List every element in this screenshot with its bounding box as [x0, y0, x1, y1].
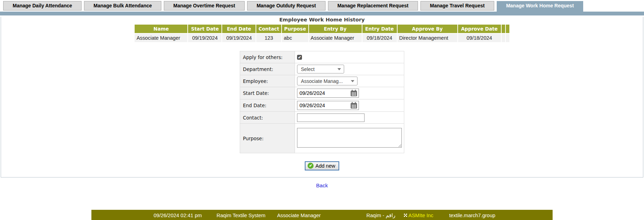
col-header-name: Name — [135, 25, 187, 33]
purpose-label: Purpose: — [240, 124, 295, 153]
table-row: Associate Manager 09/19/2024 09/19/2024 … — [135, 34, 509, 42]
apply-for-others-checkbox[interactable]: ✔ — [297, 55, 302, 60]
cell-approve-date: 09/18/2024 — [458, 34, 501, 42]
work-home-request-form: Apply for others: ✔ Department: Select E… — [240, 51, 404, 153]
col-header-entry-by: Entry By — [309, 25, 362, 33]
end-date-input[interactable]: 09/26/2024 — [297, 101, 359, 110]
footer-brand: Raqim - راقم — [366, 213, 395, 218]
contact-label: Contact: — [240, 112, 295, 124]
tab-manage-travel-request[interactable]: Manage Travel Request — [420, 1, 494, 11]
main-panel: Employee Work Home History Name Start Da… — [1, 17, 643, 177]
footer-system-name: Raqim Textile System — [217, 213, 265, 218]
col-header-start-date: Start Date — [188, 25, 221, 33]
apply-for-others-label: Apply for others: — [240, 51, 295, 63]
department-dropdown-value: Select — [301, 66, 315, 72]
contact-input[interactable] — [297, 114, 365, 122]
cell-entry-date: 09/18/2024 — [362, 34, 397, 42]
table-header-row: Name Start Date End Date Contact Purpose… — [135, 25, 509, 33]
start-date-input[interactable]: 09/26/2024 — [297, 89, 359, 98]
department-label: Department: — [240, 63, 295, 75]
cell-entry-by: Associate Manager — [309, 34, 362, 42]
tab-manage-overtime-request[interactable]: Manage Overtime Request — [164, 1, 245, 11]
start-date-value: 09/26/2024 — [300, 90, 325, 96]
col-header-action-2 — [506, 25, 509, 33]
end-date-value: 09/26/2024 — [300, 103, 325, 108]
cell-end-date: 09/19/2024 — [222, 34, 256, 42]
col-header-contact: Contact — [256, 25, 281, 33]
employee-dropdown[interactable]: Associate Manag... — [297, 77, 358, 85]
page-title: Employee Work Home History — [1, 17, 643, 22]
purpose-textarea[interactable] — [297, 128, 402, 148]
cell-contact: 123 — [256, 34, 281, 42]
footer-company-name[interactable]: ASMIte Inc — [408, 213, 433, 218]
tab-manage-replacement-request[interactable]: Manage Replacement Request — [328, 1, 418, 11]
start-date-label: Start Date: — [240, 87, 295, 99]
employee-label: Employee: — [240, 75, 295, 87]
col-header-approve-by: Approve By — [398, 25, 457, 33]
back-row: Back — [0, 182, 644, 189]
add-new-button-label: Add new — [315, 163, 335, 169]
cell-action-2 — [506, 34, 509, 42]
cell-approve-by: Director Management — [398, 34, 457, 42]
cell-name: Associate Manager — [135, 34, 187, 42]
chevron-down-icon — [351, 80, 354, 82]
footer-company: ASMIte Inc — [404, 213, 433, 218]
col-header-entry-date: Entry Date — [362, 25, 397, 33]
tab-manage-outduty-request[interactable]: Manage Outduty Request — [247, 1, 326, 11]
tab-manage-work-home-request[interactable]: Manage Work Home Request — [497, 1, 584, 15]
add-new-button[interactable]: ✔ Add new — [305, 161, 339, 170]
col-header-approve-date: Approve Date — [458, 25, 501, 33]
footer-domain: textile.march7.group — [449, 213, 495, 218]
employee-dropdown-value: Associate Manag... — [301, 78, 343, 84]
checkered-grid-icon — [404, 214, 407, 217]
col-header-end-date: End Date — [222, 25, 256, 33]
tab-bar: Manage Daily Attendance Manage Bulk Atte… — [0, 0, 644, 15]
tab-manage-daily-attendance[interactable]: Manage Daily Attendance — [3, 1, 82, 11]
back-link[interactable]: Back — [316, 182, 328, 188]
chevron-down-icon — [337, 68, 341, 70]
cell-purpose: abc — [282, 34, 308, 42]
cell-action-1 — [502, 34, 505, 42]
tab-manage-bulk-attendance[interactable]: Manage Bulk Attendance — [84, 1, 161, 11]
green-check-icon: ✔ — [308, 163, 314, 169]
footer-bar: 09/26/2024 02:41 pm Raqim Textile System… — [91, 210, 553, 220]
calendar-icon[interactable] — [350, 102, 358, 109]
footer-user-role: Associate Manager — [277, 213, 321, 218]
col-header-action-1 — [502, 25, 505, 33]
work-home-history-table: Name Start Date End Date Contact Purpose… — [134, 24, 510, 43]
end-date-label: End Date: — [240, 99, 295, 112]
calendar-icon[interactable] — [350, 90, 358, 97]
footer-datetime: 09/26/2024 02:41 pm — [154, 213, 202, 218]
department-dropdown[interactable]: Select — [297, 65, 344, 73]
cell-start-date: 09/19/2024 — [188, 34, 221, 42]
col-header-purpose: Purpose — [282, 25, 308, 33]
